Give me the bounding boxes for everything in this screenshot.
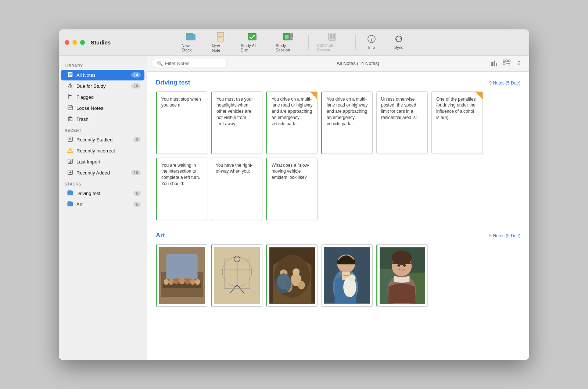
last-import-icon (67, 158, 74, 165)
svg-rect-10 (290, 33, 293, 40)
note-card[interactable] (376, 244, 428, 307)
all-notes-icon (67, 72, 74, 79)
bar-chart-view-btn[interactable] (490, 59, 499, 68)
minimize-button[interactable] (72, 40, 77, 45)
new-note-icon (216, 32, 225, 43)
svg-point-70 (185, 278, 190, 284)
new-note-button[interactable]: New Note (207, 30, 234, 55)
vitruvian-image (214, 247, 260, 304)
search-input[interactable] (165, 61, 222, 66)
sidebar-item-recently-added[interactable]: Recently Added 10 (61, 168, 144, 178)
note-card[interactable] (266, 244, 318, 307)
svg-rect-52 (68, 201, 71, 202)
note-card[interactable]: You have the right-of-way when you: (211, 158, 262, 220)
svg-rect-53 (491, 62, 493, 66)
study-session-icon (283, 32, 293, 42)
art-header: Art 5 Notes (5 Due) (156, 232, 520, 239)
sidebar-item-loose-notes[interactable]: Loose Notes (61, 103, 144, 114)
card-text: You drive on a multi-lane road or highwa… (272, 96, 313, 127)
art-section: Art 5 Notes (5 Due) (156, 232, 520, 307)
card-text: Unless otherwise posted, the speed limit… (381, 96, 423, 121)
driving-test-meta: 9 Notes (5 Due) (489, 80, 520, 86)
note-card[interactable]: You are waiting in the intersection to c… (156, 158, 207, 220)
svg-rect-59 (503, 62, 505, 64)
continue-session-button[interactable]: Continue Session (312, 30, 352, 54)
due-for-study-label: Due for Study (76, 83, 128, 89)
svg-rect-15 (333, 34, 335, 39)
svg-point-96 (348, 274, 356, 282)
search-bar[interactable]: 🔍 (153, 59, 226, 68)
toolbar-divider-2 (355, 35, 356, 50)
sort-btn[interactable] (514, 59, 523, 68)
study-session-button[interactable]: Study Session (270, 30, 305, 54)
sidebar-item-due-for-study[interactable]: Due for Study 10 (61, 81, 144, 91)
note-card[interactable]: You drive on a multi-lane road or highwa… (266, 91, 318, 154)
card-text: You are waiting in the intersection to c… (161, 162, 202, 187)
due-for-study-count: 10 (131, 83, 141, 89)
art-name[interactable]: Art (156, 232, 165, 239)
info-icon: i (368, 35, 376, 44)
titlebar: Studies New Stack (59, 29, 529, 56)
art-stack-icon (67, 201, 74, 208)
all-notes-count: 14 (131, 72, 141, 78)
note-card[interactable]: You must use your headlights when other … (211, 91, 262, 154)
svg-point-102 (392, 251, 412, 265)
card-text: One of the penalties for driving under t… (436, 96, 478, 121)
new-stack-icon (186, 33, 196, 42)
svg-point-71 (190, 278, 195, 284)
svg-rect-31 (68, 118, 72, 121)
note-card[interactable]: You must stop when you see a: (156, 91, 207, 154)
note-card[interactable]: One of the penalties for driving under t… (431, 91, 483, 154)
recently-studied-icon (67, 136, 74, 143)
maximize-button[interactable] (80, 40, 85, 45)
svg-point-68 (174, 278, 179, 284)
svg-rect-2 (187, 33, 192, 34)
lady-ermine-image (324, 247, 370, 304)
note-card[interactable] (321, 244, 373, 307)
recently-studied-label: Recently Studied (76, 137, 130, 143)
driving-test-name[interactable]: Driving test (156, 79, 190, 86)
trash-icon (67, 116, 74, 123)
info-button[interactable]: i Info (359, 33, 384, 52)
svg-point-86 (298, 281, 305, 289)
sync-icon (395, 35, 403, 44)
card-text: You must use your headlights when other … (216, 96, 258, 127)
loose-notes-label: Loose Notes (76, 105, 141, 111)
sidebar: LIBRARY All Notes 14 (59, 56, 147, 360)
new-stack-button[interactable]: New Stack (176, 30, 205, 54)
sync-button[interactable]: Sync (386, 33, 412, 52)
note-card[interactable] (156, 244, 207, 307)
driving-test-cards: You must stop when you see a: You must u… (156, 91, 520, 220)
driving-test-header: Driving test 9 Notes (5 Due) (156, 79, 520, 86)
sidebar-item-flagged[interactable]: Flagged (61, 92, 144, 102)
close-button[interactable] (65, 40, 69, 45)
note-card[interactable]: You drive on a multi-lane road or highwa… (321, 91, 373, 154)
svg-rect-93 (337, 260, 355, 264)
svg-rect-7 (248, 33, 256, 40)
stacks-section-label: STACKS (59, 179, 147, 188)
sidebar-item-art[interactable]: Art 5 (61, 199, 144, 210)
sidebar-item-recently-incorrect[interactable]: Recently Incorrect (61, 145, 144, 156)
content-area: 🔍 All Notes (14 Notes) (147, 56, 529, 360)
recently-incorrect-icon (67, 147, 74, 154)
sidebar-item-driving-test[interactable]: Driving test 5 (61, 188, 144, 199)
virgin-rocks-image (269, 247, 315, 304)
sidebar-item-recently-studied[interactable]: Recently Studied 2 (61, 134, 144, 145)
svg-text:/: / (509, 64, 510, 66)
sidebar-item-all-notes[interactable]: All Notes 14 (61, 70, 144, 80)
note-card[interactable]: Unless otherwise posted, the speed limit… (376, 91, 428, 154)
note-card[interactable]: What does a "slow-moving vehicle" emblem… (266, 158, 318, 220)
svg-marker-26 (69, 94, 72, 97)
sidebar-item-trash[interactable]: Trash (61, 114, 144, 125)
study-all-due-icon (248, 32, 257, 42)
driving-test-section: Driving test 9 Notes (5 Due) You must st… (156, 79, 520, 220)
content-toolbar: 🔍 All Notes (14 Notes) (147, 56, 529, 72)
svg-point-103 (397, 264, 400, 267)
grid-view-btn[interactable]: / (501, 59, 512, 68)
study-all-due-button[interactable]: Study All Due (236, 30, 269, 54)
sidebar-item-last-import[interactable]: Last Import (61, 156, 144, 167)
driving-test-stack-label: Driving test (76, 191, 130, 196)
note-card[interactable] (211, 244, 262, 307)
view-controls: / (490, 59, 523, 68)
svg-rect-36 (68, 137, 72, 141)
